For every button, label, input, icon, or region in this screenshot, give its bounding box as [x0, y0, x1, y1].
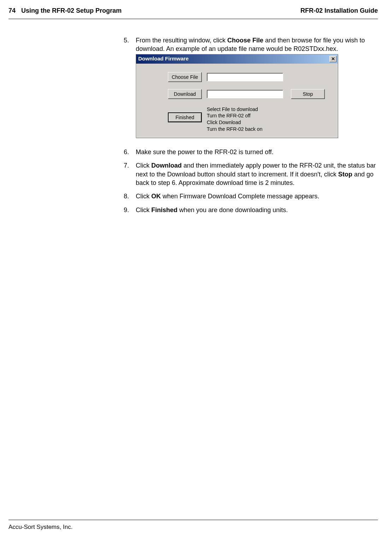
step-number: 6. — [124, 148, 136, 156]
footer-text: Accu-Sort Systems, Inc. — [8, 524, 72, 530]
step-number: 8. — [124, 192, 136, 200]
step-body: Click Finished when you are done downloa… — [136, 206, 378, 214]
step-list: 5. From the resulting window, click Choo… — [124, 36, 378, 214]
dialog-info-block: Select File to download Turn the RFR-02 … — [207, 106, 262, 133]
step-bold: OK — [151, 193, 161, 200]
dialog-info-line: Turn the RFR-02 back on — [207, 126, 262, 133]
step-6: 6. Make sure the power to the RFR-02 is … — [124, 148, 378, 156]
close-button[interactable]: ✕ — [329, 56, 337, 62]
step-body: Click OK when Firmware Download Complete… — [136, 192, 378, 200]
step-bold: Choose File — [227, 37, 263, 44]
dialog-info-line: Select File to download — [207, 106, 262, 113]
step-bold: Stop — [338, 171, 352, 178]
step-9: 9. Click Finished when you are done down… — [124, 206, 378, 214]
step-text: Click — [136, 193, 151, 200]
document-title: RFR-02 Installation Guide — [300, 7, 378, 14]
finished-row: Finished Select File to download Turn th… — [168, 106, 331, 133]
step-5: 5. From the resulting window, click Choo… — [124, 36, 378, 143]
stop-button[interactable]: Stop — [291, 89, 325, 99]
dialog-title: Download Firmware — [138, 55, 189, 62]
step-body: Make sure the power to the RFR-02 is tur… — [136, 148, 378, 156]
content-area: 5. From the resulting window, click Choo… — [124, 36, 378, 214]
step-text: From the resulting window, click — [136, 37, 227, 44]
page-number: 74 — [8, 7, 16, 14]
step-bold: Finished — [151, 206, 177, 214]
step-text: when Firmware Download Complete message … — [161, 193, 319, 200]
dialog-info-line: Click Download — [207, 119, 262, 126]
choose-file-row: Choose File — [168, 72, 331, 82]
step-text: Click — [136, 162, 151, 169]
header-left: 74 Using the RFR-02 Setup Program — [8, 7, 122, 14]
progress-field — [207, 90, 283, 98]
page-footer: Accu-Sort Systems, Inc. — [8, 520, 378, 531]
finished-button[interactable]: Finished — [168, 112, 202, 122]
download-button[interactable]: Download — [168, 89, 202, 99]
step-number: 5. — [124, 36, 136, 143]
step-text: Click — [136, 206, 151, 214]
step-bold: Download — [151, 162, 182, 169]
step-text: Make sure the power to the RFR-02 is tur… — [136, 148, 274, 156]
section-title: Using the RFR-02 Setup Program — [21, 7, 122, 14]
download-firmware-dialog: Download Firmware ✕ Choose File Download — [136, 54, 338, 138]
dialog-titlebar[interactable]: Download Firmware ✕ — [136, 54, 338, 64]
choose-file-button[interactable]: Choose File — [168, 72, 202, 82]
dialog-body: Choose File Download Stop Finished — [136, 64, 338, 138]
dialog-info-line: Turn the RFR-02 off — [207, 112, 262, 119]
step-body: From the resulting window, click Choose … — [136, 36, 378, 143]
step-text: when you are done downloading units. — [177, 206, 288, 214]
step-number: 9. — [124, 206, 136, 214]
step-8: 8. Click OK when Firmware Download Compl… — [124, 192, 378, 200]
step-number: 7. — [124, 161, 136, 187]
page-header: 74 Using the RFR-02 Setup Program RFR-02… — [8, 7, 378, 19]
close-icon: ✕ — [331, 56, 335, 62]
download-row: Download Stop — [168, 89, 331, 99]
file-path-field[interactable] — [207, 73, 283, 81]
step-7: 7. Click Download and then immediately a… — [124, 161, 378, 187]
step-body: Click Download and then immediately appl… — [136, 161, 378, 187]
